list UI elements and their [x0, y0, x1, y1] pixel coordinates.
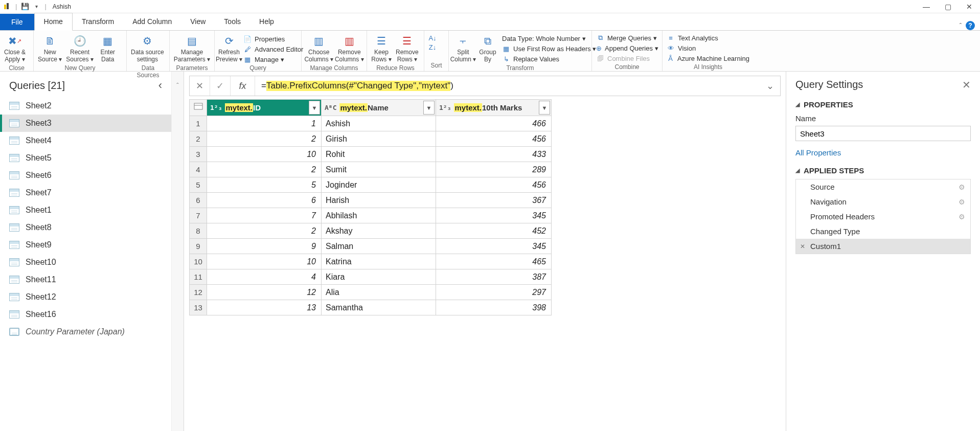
cell-name[interactable]: Sumit — [322, 162, 436, 177]
row-header[interactable]: 9 — [190, 239, 207, 254]
query-item[interactable]: Sheet10 — [0, 254, 171, 271]
cell-marks[interactable]: 345 — [436, 208, 552, 223]
cell-marks[interactable]: 289 — [436, 162, 552, 177]
tab-tools[interactable]: Tools — [215, 13, 250, 30]
recent-sources-button[interactable]: 🕘Recent Sources ▾ — [66, 34, 93, 63]
qat-dropdown-icon[interactable]: ▾ — [32, 3, 40, 11]
close-button[interactable]: ✕ — [966, 3, 973, 11]
row-header[interactable]: 2 — [190, 131, 207, 147]
cell-id[interactable]: 10 — [207, 254, 322, 269]
column-filter-name[interactable]: ▼ — [423, 101, 435, 115]
query-item[interactable]: Sheet8 — [0, 219, 171, 236]
column-filter-id[interactable]: ▼ — [309, 101, 320, 115]
formula-text[interactable]: = Table.PrefixColumns( #"Changed Type", … — [255, 81, 760, 91]
cell-name[interactable]: Harish — [322, 193, 436, 208]
cell-marks[interactable]: 452 — [436, 223, 552, 239]
applied-step[interactable]: Navigation⚙ — [796, 194, 970, 209]
query-item[interactable]: Sheet1 — [0, 201, 171, 219]
merge-queries-button[interactable]: ⧉Merge Queries ▾ — [596, 34, 658, 42]
tab-file[interactable]: File — [0, 14, 34, 30]
replace-values-button[interactable]: ↳Replace Values — [502, 55, 596, 63]
applied-step[interactable]: Changed Type — [796, 224, 970, 239]
applied-step[interactable]: Custom1 — [796, 239, 970, 254]
row-header[interactable]: 5 — [190, 177, 207, 193]
column-header-marks[interactable]: 1²₃mytext.10th Marks ▼ — [436, 100, 552, 116]
row-header[interactable]: 4 — [190, 162, 207, 177]
cell-name[interactable]: Abhilash — [322, 208, 436, 223]
ribbon-collapse-icon[interactable]: ˆ — [960, 22, 962, 30]
minimize-button[interactable]: — — [923, 3, 930, 11]
data-source-settings-button[interactable]: ⚙Data source settings — [131, 34, 164, 63]
cell-name[interactable]: Akshay — [322, 223, 436, 239]
cell-marks[interactable]: 456 — [436, 131, 552, 147]
column-filter-marks[interactable]: ▼ — [539, 101, 550, 115]
cell-id[interactable]: 5 — [207, 177, 322, 193]
tab-help[interactable]: Help — [250, 13, 283, 30]
new-source-button[interactable]: 🗎New Source ▾ — [38, 34, 62, 63]
cell-id[interactable]: 2 — [207, 223, 322, 239]
keep-rows-button[interactable]: ☰Keep Rows ▾ — [371, 34, 392, 63]
cell-id[interactable]: 6 — [207, 193, 322, 208]
all-properties-link[interactable]: All Properties — [795, 148, 971, 157]
first-row-headers-button[interactable]: ▦Use First Row as Headers ▾ — [502, 44, 596, 53]
row-header[interactable]: 3 — [190, 147, 207, 162]
help-icon[interactable]: ? — [966, 21, 975, 30]
query-item[interactable]: Sheet11 — [0, 271, 171, 288]
cell-marks[interactable]: 456 — [436, 177, 552, 193]
advanced-editor-button[interactable]: 🖉Advanced Editor — [243, 45, 303, 53]
cell-name[interactable]: Katrina — [322, 254, 436, 269]
text-analytics-button[interactable]: ≡Text Analytics — [667, 34, 749, 42]
cell-marks[interactable]: 297 — [436, 285, 552, 300]
gear-icon[interactable]: ⚙ — [959, 183, 965, 191]
save-icon[interactable]: 💾 — [21, 3, 29, 11]
cell-name[interactable]: Girish — [322, 131, 436, 147]
row-header[interactable]: 7 — [190, 208, 207, 223]
cell-id[interactable]: 7 — [207, 208, 322, 223]
cell-marks[interactable]: 465 — [436, 254, 552, 269]
cell-name[interactable]: Rohit — [322, 147, 436, 162]
vision-button[interactable]: 👁Vision — [667, 44, 749, 52]
cell-marks[interactable]: 433 — [436, 147, 552, 162]
cell-id[interactable]: 9 — [207, 239, 322, 254]
sort-asc-button[interactable]: A↓ — [428, 34, 437, 42]
maximize-button[interactable]: ▢ — [944, 3, 951, 11]
gear-icon[interactable]: ⚙ — [959, 198, 965, 206]
sort-desc-button[interactable]: Z↓ — [428, 43, 437, 51]
cell-name[interactable]: Alia — [322, 285, 436, 300]
cell-marks[interactable]: 367 — [436, 193, 552, 208]
tab-add-column[interactable]: Add Column — [123, 13, 181, 30]
query-item[interactable]: Sheet3 — [0, 115, 171, 132]
cell-id[interactable]: 2 — [207, 131, 322, 147]
tab-transform[interactable]: Transform — [73, 13, 123, 30]
append-queries-button[interactable]: ⊕Append Queries ▾ — [596, 44, 658, 52]
applied-step[interactable]: Promoted Headers⚙ — [796, 209, 970, 224]
row-header[interactable]: 6 — [190, 193, 207, 208]
tab-home[interactable]: Home — [34, 13, 73, 31]
cell-marks[interactable]: 345 — [436, 239, 552, 254]
cell-id[interactable]: 13 — [207, 300, 322, 315]
fx-icon[interactable]: fx — [231, 76, 255, 96]
gear-icon[interactable]: ⚙ — [959, 213, 965, 221]
select-all-corner[interactable] — [190, 100, 207, 116]
cell-id[interactable]: 10 — [207, 147, 322, 162]
query-settings-close-button[interactable]: ✕ — [962, 79, 971, 91]
group-by-button[interactable]: ⧉Group By — [477, 34, 498, 63]
row-header[interactable]: 13 — [190, 300, 207, 315]
cell-marks[interactable]: 466 — [436, 116, 552, 131]
cell-name[interactable]: Ashish — [322, 116, 436, 131]
column-header-name[interactable]: AᴮCmytext.Name ▼ — [322, 100, 436, 116]
row-header[interactable]: 8 — [190, 223, 207, 239]
cell-name[interactable]: Salman — [322, 239, 436, 254]
applied-step[interactable]: Source⚙ — [796, 179, 970, 194]
row-header[interactable]: 10 — [190, 254, 207, 269]
query-item[interactable]: Sheet12 — [0, 288, 171, 306]
query-item[interactable]: Sheet16 — [0, 306, 171, 323]
query-item[interactable]: Country Parameter (Japan) — [0, 323, 171, 341]
cell-id[interactable]: 2 — [207, 162, 322, 177]
cell-name[interactable]: Joginder — [322, 177, 436, 193]
column-header-id[interactable]: 1²₃mytext.ID ▼ — [207, 100, 322, 116]
row-header[interactable]: 11 — [190, 269, 207, 285]
query-item[interactable]: Sheet9 — [0, 236, 171, 254]
commit-formula-button[interactable]: ✓ — [210, 76, 231, 96]
manage-parameters-button[interactable]: ▤Manage Parameters ▾ — [174, 34, 210, 63]
